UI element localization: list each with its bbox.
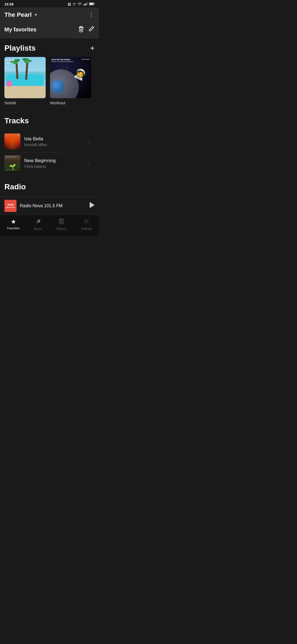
playlists-title: Playlists bbox=[4, 44, 36, 53]
tracks-section: Tracks Isla Bella Kendall Miles ⋮ CHRIS … bbox=[0, 111, 99, 177]
playlist-cover-soiree: NAPS Best Life bbox=[4, 57, 46, 98]
playlists-scroll: NAPS Best Life Soirée bbox=[4, 57, 95, 108]
header: The Pearl ▼ ⋮ bbox=[0, 7, 99, 22]
track-info-isla-bella: Isla Bella Kendall Miles bbox=[24, 136, 84, 147]
nav-item-settings[interactable]: Settings bbox=[76, 217, 96, 231]
signal-icon bbox=[84, 2, 87, 6]
bottom-navigation: ★ Favorites Music Players bbox=[0, 215, 99, 236]
playlist-item-soiree[interactable]: NAPS Best Life Soirée bbox=[4, 57, 46, 105]
svg-point-0 bbox=[79, 5, 80, 6]
status-time: 15:59 bbox=[4, 2, 13, 6]
track-cover-new-beginning: CHRIS ADAMS 🌱 NEW BEGINNING bbox=[4, 155, 20, 171]
svg-point-19 bbox=[86, 220, 87, 222]
svg-rect-2 bbox=[84, 4, 85, 6]
track-info-new-beginning: New Beginning Chris Adams bbox=[24, 158, 84, 169]
svg-rect-7 bbox=[90, 3, 93, 5]
nav-item-favorites[interactable]: ★ Favorites bbox=[3, 217, 24, 231]
playlist-cover-workout: 🧑‍🚀 MAN ON THE MOON PADÉ & PATRICK MOREN… bbox=[50, 57, 91, 98]
play-button[interactable] bbox=[90, 202, 95, 210]
subtitle-bar: My favorites bbox=[0, 22, 99, 38]
playlist-name-workout: Workout bbox=[50, 100, 65, 105]
svg-rect-5 bbox=[87, 2, 87, 6]
radio-nova-logo: nova planet.com bbox=[4, 200, 16, 212]
nova-logo-sub: planet.com bbox=[6, 206, 15, 208]
track-item-new-beginning[interactable]: CHRIS ADAMS 🌱 NEW BEGINNING New Beginnin… bbox=[4, 152, 95, 174]
svg-point-15 bbox=[39, 222, 40, 223]
favorites-nav-icon: ★ bbox=[11, 218, 16, 225]
svg-rect-3 bbox=[85, 3, 86, 6]
svg-rect-9 bbox=[79, 27, 84, 28]
header-title: The Pearl bbox=[4, 11, 32, 18]
svg-rect-4 bbox=[86, 3, 87, 6]
nav-item-music[interactable]: Music bbox=[30, 217, 46, 231]
more-options-icon[interactable]: ⋮ bbox=[88, 11, 95, 18]
track-item-isla-bella[interactable]: Isla Bella Kendall Miles ⋮ bbox=[4, 131, 95, 152]
players-nav-icon bbox=[58, 218, 64, 226]
track-name-isla-bella: Isla Bella bbox=[24, 136, 84, 142]
svg-point-14 bbox=[36, 222, 37, 223]
svg-point-17 bbox=[61, 221, 62, 223]
favorites-nav-label: Favorites bbox=[7, 227, 20, 230]
status-icons: 🖼 ⏱ bbox=[68, 2, 95, 6]
settings-nav-label: Settings bbox=[81, 227, 92, 230]
music-nav-label: Music bbox=[34, 227, 42, 230]
svg-rect-8 bbox=[94, 3, 95, 4]
nav-item-players[interactable]: Players bbox=[52, 217, 71, 231]
track-cover-isla-bella bbox=[4, 133, 20, 149]
track-more-isla-bella[interactable]: ⋮ bbox=[84, 137, 95, 146]
track-artist-new-beginning: Chris Adams bbox=[24, 164, 84, 169]
track-more-new-beginning[interactable]: ⋮ bbox=[84, 159, 95, 168]
playlists-section: Playlists + bbox=[0, 38, 99, 111]
track-artist-isla-bella: Kendall Miles bbox=[24, 143, 84, 147]
settings-nav-icon bbox=[83, 218, 89, 226]
playlists-section-header: Playlists + bbox=[4, 44, 95, 53]
radio-title: Radio bbox=[4, 182, 95, 191]
track-name-new-beginning: New Beginning bbox=[24, 158, 84, 163]
wifi-icon bbox=[78, 2, 82, 6]
playlist-name-soiree: Soirée bbox=[4, 100, 16, 105]
svg-rect-18 bbox=[61, 220, 62, 220]
music-nav-icon bbox=[35, 218, 41, 226]
status-bar: 15:59 🖼 ⏱ bbox=[0, 0, 99, 7]
tracks-title: Tracks bbox=[4, 116, 95, 125]
nova-logo-main: nova bbox=[7, 203, 13, 206]
dropdown-arrow-icon[interactable]: ▼ bbox=[34, 13, 38, 17]
subtitle-text: My favorites bbox=[4, 26, 37, 33]
radio-section: Radio bbox=[0, 177, 99, 197]
players-nav-label: Players bbox=[56, 227, 67, 230]
header-title-group[interactable]: The Pearl ▼ bbox=[4, 11, 38, 18]
playlist-item-workout[interactable]: 🧑‍🚀 MAN ON THE MOON PADÉ & PATRICK MOREN… bbox=[50, 57, 91, 105]
subtitle-actions bbox=[78, 26, 95, 34]
edit-icon[interactable] bbox=[89, 26, 95, 34]
now-playing-bar: nova planet.com Radio Nova 101.5 FM bbox=[0, 197, 99, 215]
delete-icon[interactable] bbox=[78, 26, 84, 34]
clock-icon: ⏱ bbox=[73, 2, 76, 6]
svg-rect-1 bbox=[84, 4, 84, 6]
battery-icon bbox=[89, 2, 95, 6]
now-playing-station: Radio Nova 101.5 FM bbox=[20, 203, 86, 208]
svg-marker-13 bbox=[90, 202, 95, 208]
add-playlist-button[interactable]: + bbox=[90, 44, 95, 52]
image-icon: 🖼 bbox=[68, 2, 71, 6]
